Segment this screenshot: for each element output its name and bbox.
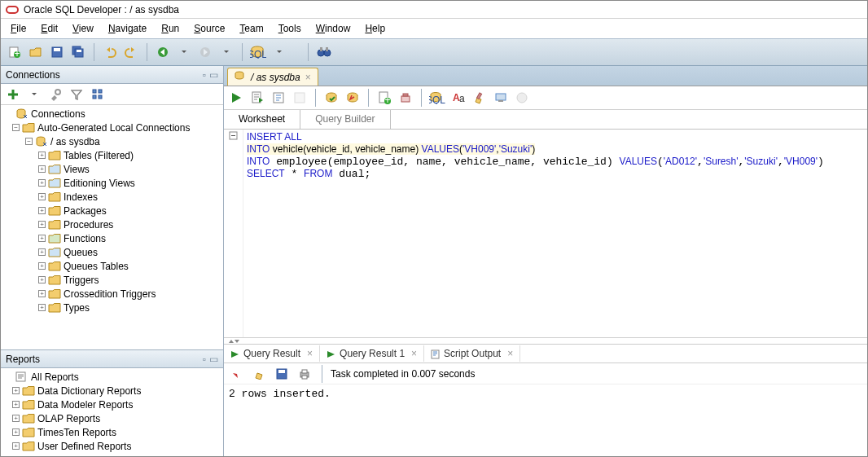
restore-reports-icon[interactable]: ▭ [209,354,218,365]
rollback-icon[interactable] [344,89,362,107]
db-node[interactable]: −/ as sysdba [1,134,223,148]
output-tab[interactable]: Query Result 1× [320,345,424,362]
tree-node[interactable]: +Crossedition Triggers [1,287,223,301]
menu-window[interactable]: Window [309,21,357,36]
sql-editor[interactable]: INSERT ALL INTO vehicle(vehicle_id, vehi… [224,130,867,337]
close-output-tab-icon[interactable]: × [507,348,513,359]
query-builder-tab[interactable]: Query Builder [300,110,390,129]
tree-node[interactable]: +Packages [1,204,223,218]
menu-help[interactable]: Help [358,21,392,36]
tree-node[interactable]: +Triggers [1,273,223,287]
menu-view[interactable]: View [66,21,100,36]
save-all-icon[interactable] [69,43,87,61]
add-dropdown-icon[interactable] [25,86,43,103]
clear-output-icon[interactable] [250,365,268,383]
menu-tools[interactable]: Tools [272,21,308,36]
reports-panel-header: Reports ▫ ▭ [1,350,223,368]
owa-output-icon[interactable] [513,89,531,107]
autogen-node[interactable]: −Auto-Generated Local Connections [1,121,223,134]
tree-node[interactable]: +Types [1,301,223,314]
run-script-icon[interactable] [248,89,266,107]
reports-tree[interactable]: All Reports+Data Dictionary Reports+Data… [1,368,223,457]
output-tab[interactable]: Script Output× [424,345,520,362]
new-icon[interactable]: + [6,43,24,61]
connection-props-icon[interactable] [46,86,64,103]
tree-node[interactable]: +Procedures [1,218,223,231]
refresh-tree-icon[interactable] [89,86,107,103]
open-icon[interactable] [27,43,45,61]
horizontal-splitter[interactable] [224,337,867,344]
sql-worksheet-icon[interactable]: SQL [249,43,267,61]
minimize-reports-icon[interactable]: ▫ [203,354,206,365]
connections-root[interactable]: Connections [1,107,223,121]
filter-icon[interactable] [68,86,85,103]
edit-icon[interactable] [471,89,489,107]
close-tab-icon[interactable]: × [305,72,311,83]
tree-node[interactable]: +Tables (Filtered) [1,148,223,162]
explain-plan-icon[interactable] [270,89,287,107]
unshared-sql-icon[interactable]: + [375,89,393,107]
svg-rect-15 [320,47,322,51]
menu-team[interactable]: Team [233,21,270,36]
worksheet-tabs: Worksheet Query Builder [224,110,867,130]
menubar: FileEditViewNavigateRunSourceTeamToolsWi… [1,19,867,38]
clear-icon[interactable] [397,89,414,107]
report-node[interactable]: +OLAP Reports [1,411,223,425]
dbms-output-icon[interactable] [492,89,510,107]
sql-dropdown-icon[interactable] [270,43,288,61]
reports-root[interactable]: All Reports [1,370,223,384]
menu-edit[interactable]: Edit [34,21,64,36]
svg-point-17 [55,90,60,94]
output-tab[interactable]: Query Result× [224,345,320,362]
sql-tab-icon [235,71,246,83]
editor-tab-label: / as sysdba [251,72,300,83]
tree-node[interactable]: +Indexes [1,190,223,204]
run-icon[interactable] [227,89,245,107]
commit-icon[interactable] [322,89,340,107]
menu-run[interactable]: Run [155,21,186,36]
report-node[interactable]: +TimesTen Reports [1,425,223,439]
worksheet-tab[interactable]: Worksheet [224,110,300,129]
add-connection-icon[interactable] [4,86,22,103]
print-output-icon[interactable] [296,365,313,383]
autotrace-icon[interactable] [291,89,309,107]
report-node[interactable]: +User Defined Reports [1,439,223,453]
menu-source[interactable]: Source [187,21,231,36]
save-icon[interactable] [48,43,66,61]
tree-node[interactable]: +Functions [1,231,223,245]
binoculars-icon[interactable] [315,43,333,61]
back-icon[interactable] [154,43,172,61]
minimize-panel-icon[interactable]: ▫ [203,69,206,81]
sql-history-icon[interactable]: SQL [428,89,446,107]
menu-navigate[interactable]: Navigate [102,21,153,36]
editor-code[interactable]: INSERT ALL INTO vehicle(vehicle_id, vehi… [243,130,867,337]
connections-tree[interactable]: Connections−Auto-Generated Local Connect… [1,105,223,349]
reports-title: Reports [6,354,40,365]
tree-node[interactable]: +Queues [1,245,223,259]
close-output-tab-icon[interactable]: × [411,348,417,359]
tree-node[interactable]: +Queues Tables [1,259,223,273]
svg-rect-49 [302,370,307,373]
report-node[interactable]: +Data Modeler Reports [1,398,223,411]
close-output-tab-icon[interactable]: × [307,348,313,359]
tree-node[interactable]: +Views [1,162,223,176]
window-title: Oracle SQL Developer : / as sysdba [24,4,179,15]
svg-rect-18 [93,90,96,93]
report-node[interactable]: +Data Dictionary Reports [1,384,223,398]
editor-tab[interactable]: / as sysdba × [227,68,318,86]
pin-icon[interactable] [227,365,245,383]
back-dropdown-icon[interactable] [175,43,193,61]
save-output-icon[interactable] [273,365,291,383]
undo-icon[interactable] [101,43,119,61]
redo-icon[interactable] [122,43,140,61]
restore-panel-icon[interactable]: ▭ [209,69,218,81]
output-status: Task completed in 0.007 seconds [331,368,475,380]
tree-node[interactable]: +Editioning Views [1,176,223,190]
connections-toolbar [1,84,223,105]
format-icon[interactable]: Aa [449,89,467,107]
forward-icon[interactable] [196,43,214,61]
svg-rect-41 [496,94,506,100]
main-toolbar: + SQL [1,38,867,66]
menu-file[interactable]: File [4,21,33,36]
forward-dropdown-icon[interactable] [217,43,235,61]
